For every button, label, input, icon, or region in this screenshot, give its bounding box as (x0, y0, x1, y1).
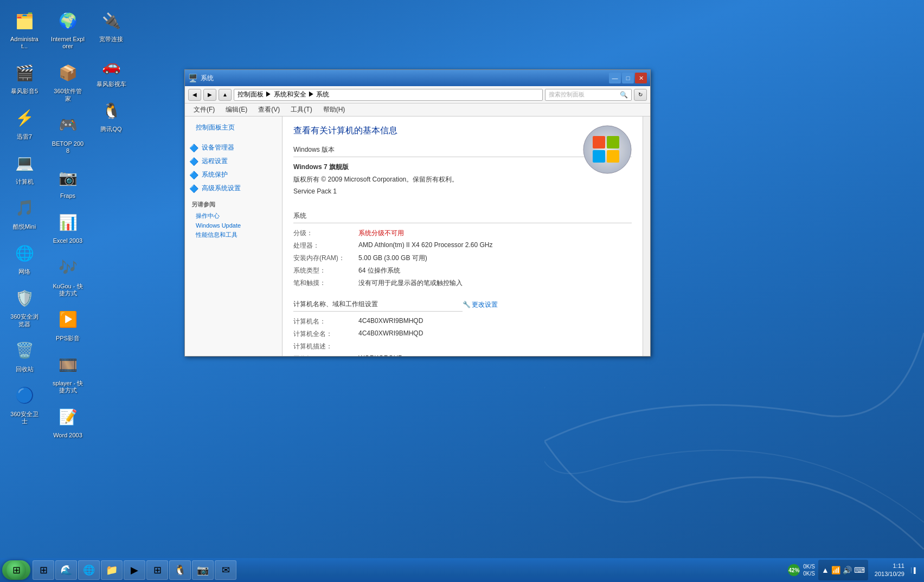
windows-edition: Windows 7 旗舰版 (293, 163, 632, 172)
settings-icon: 🔧 (463, 301, 471, 308)
right-panel: 查看有关计算机的基本信息 Windows 版本 Windows 7 旗舰版 版权… (283, 117, 643, 356)
info-label: 系统类型： (293, 266, 358, 275)
desktop-icon[interactable]: 📝 Word 2003 (49, 402, 87, 441)
desktop-icon[interactable]: 🗑️ 回收站 (5, 335, 43, 375)
tray-volume-icon[interactable]: 🔊 (843, 566, 852, 574)
menu-bar: 文件(F)编辑(E)查看(V)工具(T)帮助(H) (185, 104, 650, 117)
menu-item[interactable]: 查看(V) (254, 104, 284, 115)
desktop-icon[interactable]: 💻 计算机 (5, 148, 43, 187)
info-label: 计算机名： (293, 317, 358, 326)
start-orb: ⊞ (7, 560, 26, 580)
change-settings-link[interactable]: 🔧 更改设置 (463, 300, 632, 309)
also-see-link[interactable]: 操作中心 (185, 211, 282, 221)
tray-network-icon[interactable]: 📶 (831, 566, 840, 574)
maximize-button[interactable]: □ (622, 73, 634, 83)
desktop-icon[interactable]: ▶️ PPS影音 (49, 305, 87, 344)
panel-link-icon: 🔷 (189, 171, 198, 179)
info-value[interactable]: 系统分级不可用 (358, 229, 632, 238)
scrollbar[interactable] (643, 117, 650, 356)
info-value: WORKGROUP (358, 354, 632, 356)
left-panel-link[interactable]: 🔷高级系统设置 (185, 182, 282, 195)
icon-label: 回收站 (16, 366, 34, 373)
system-info-row: 笔和触摸： 没有可用于此显示器的笔或触控输入 (293, 279, 632, 288)
menu-item[interactable]: 文件(F) (189, 104, 219, 115)
search-box[interactable]: 搜索控制面板 🔍 (545, 89, 632, 101)
system-info-row: 安装内存(RAM)： 5.00 GB (3.00 GB 可用) (293, 254, 632, 263)
icon-image: 🛡️ (11, 285, 37, 311)
desktop-icon[interactable]: 🐧 腾讯QQ (92, 95, 130, 135)
also-see-title: 另请参阅 (185, 195, 282, 211)
taskbar-item-explorer-icon[interactable]: ⊞ (33, 560, 54, 580)
icon-label: 暴风影音5 (11, 88, 38, 95)
desktop-icon[interactable]: 🎬 暴风影音5 (5, 57, 43, 97)
menu-item[interactable]: 编辑(E) (221, 104, 252, 115)
svg-rect-3 (593, 150, 605, 163)
left-panel-link[interactable]: 🔷系统保护 (185, 168, 282, 182)
search-icon: 🔍 (620, 91, 628, 99)
icon-image: 🎶 (55, 255, 81, 281)
left-panel-link[interactable]: 🔷设备管理器 (185, 141, 282, 154)
desktop-icon[interactable]: 🎮 BETOP 2008 (49, 110, 87, 157)
desktop-icon[interactable]: 🎞️ splayer - 快捷方式 (49, 350, 87, 396)
desktop-icon[interactable]: 🔵 360安全卫士 (5, 380, 43, 427)
info-label: 计算机描述： (293, 342, 358, 351)
menu-item[interactable]: 工具(T) (286, 104, 316, 115)
desktop-icon[interactable]: ⚡ 迅雷7 (5, 103, 43, 143)
system-info-row: 系统类型： 64 位操作系统 (293, 266, 632, 275)
back-button[interactable]: ◀ (188, 89, 201, 101)
system-info-row: 处理器： AMD Athlon(tm) II X4 620 Processor … (293, 241, 632, 250)
tray-keyboard-icon[interactable]: ⌨ (854, 566, 865, 574)
computer-section-header: 计算机名称、域和工作组设置 (293, 300, 463, 312)
desktop-icon[interactable]: 🌐 网络 (5, 238, 43, 277)
taskbar: ⊞ ⊞🌊🌐📁▶⊞🐧📷✉ 42% 0K/S 0K/S ▲ 📶 🔊 ⌨ 1:11 2… (0, 558, 924, 582)
left-panel-link[interactable]: 🔷远程设置 (185, 154, 282, 168)
copyright-text: 版权所有 © 2009 Microsoft Corporation。保留所有权利… (293, 175, 632, 184)
icon-image: 🔌 (98, 8, 124, 34)
address-path[interactable]: 控制面板 ▶ 系统和安全 ▶ 系统 (234, 89, 543, 101)
desktop-icon[interactable]: 🎶 KuGou - 快捷方式 (49, 253, 87, 299)
taskbar-item-window-icon[interactable]: ⊞ (146, 560, 168, 580)
clock[interactable]: 1:11 2013/10/29 (871, 562, 908, 579)
also-see-link[interactable]: Windows Update (185, 221, 282, 230)
network-usage-badge[interactable]: 42% (788, 564, 800, 576)
minimize-button[interactable]: — (609, 73, 621, 83)
tray-arrow-icon[interactable]: ▲ (822, 566, 829, 574)
desktop-icon[interactable]: 🗂️ Administrat... (5, 5, 43, 52)
desktop-icon[interactable]: 🔌 宽带连接 (92, 5, 130, 45)
up-button[interactable]: ▲ (219, 89, 232, 101)
taskbar-item-camera-icon[interactable]: 📷 (192, 560, 214, 580)
menu-item[interactable]: 帮助(H) (319, 104, 350, 115)
taskbar-item-mail-icon[interactable]: ✉ (215, 560, 236, 580)
desktop-icon[interactable]: 🛡️ 360安全浏览器 (5, 283, 43, 329)
desktop-icon[interactable]: 📷 Fraps (49, 162, 87, 202)
icon-label: BETOP 2008 (51, 140, 85, 154)
service-pack-row: Service Pack 1 (293, 187, 632, 195)
control-panel-home-link[interactable]: 控制面板主页 (185, 121, 282, 134)
taskbar-item-qq-icon[interactable]: 🐧 (169, 560, 191, 580)
show-desktop-button[interactable]: ▌ (911, 567, 917, 573)
taskbar-item-folder-icon[interactable]: 📁 (101, 560, 123, 580)
taskbar-item-media-player-icon[interactable]: ▶ (124, 560, 145, 580)
taskbar-item-media-icon[interactable]: 🌊 (55, 560, 77, 580)
icon-label: 宽带连接 (99, 36, 123, 43)
left-panel: 控制面板主页 🔷设备管理器🔷远程设置🔷系统保护🔷高级系统设置 另请参阅 操作中心… (185, 117, 283, 356)
refresh-button[interactable]: ↻ (634, 89, 647, 101)
system-section-header: 系统 (293, 211, 632, 223)
icon-image: 💻 (11, 150, 37, 176)
icon-image: 🗂️ (11, 8, 37, 34)
icon-label: 360安全卫士 (8, 411, 41, 425)
desktop-icon[interactable]: 🎵 酷悦Mini (5, 193, 43, 232)
icon-label: 网络 (18, 268, 30, 275)
close-button[interactable]: ✕ (635, 73, 647, 83)
forward-button[interactable]: ▶ (203, 89, 216, 101)
system-info-row: 分级： 系统分级不可用 (293, 229, 632, 238)
start-button[interactable]: ⊞ (2, 560, 30, 580)
desktop-icon[interactable]: 🚗 暴风影视车 (92, 50, 130, 90)
icon-image: 📊 (55, 209, 81, 235)
also-see-link[interactable]: 性能信息和工具 (185, 230, 282, 240)
desktop-icon[interactable]: 🌍 Internet Explorer (49, 5, 87, 52)
taskbar-item-browser-icon[interactable]: 🌐 (78, 560, 100, 580)
windows-version-header: Windows 版本 (293, 145, 632, 157)
desktop-icon[interactable]: 📦 360软件管家 (49, 57, 87, 104)
desktop-icon[interactable]: 📊 Excel 2003 (49, 207, 87, 247)
